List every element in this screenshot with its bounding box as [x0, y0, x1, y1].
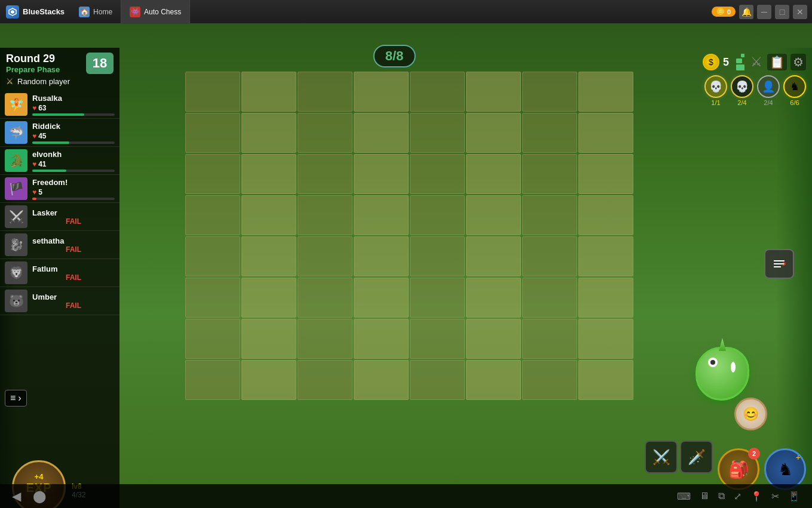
keyboard-icon[interactable]: ⌨	[677, 491, 691, 502]
board-cell[interactable]	[522, 154, 577, 194]
board-cell[interactable]	[578, 72, 633, 112]
board-cell[interactable]	[354, 154, 409, 194]
board-cell[interactable]	[354, 195, 409, 235]
board-cell[interactable]	[185, 319, 240, 359]
board-cell[interactable]	[410, 154, 465, 194]
menu-toggle[interactable]: ≡ ›	[5, 390, 27, 407]
board-cell[interactable]	[354, 360, 409, 400]
board-cell[interactable]	[241, 72, 296, 112]
board-cell[interactable]	[354, 319, 409, 359]
tab-game[interactable]: 👾 Auto Chess	[121, 0, 190, 24]
board-cell[interactable]	[578, 154, 633, 194]
board-cell[interactable]	[354, 72, 409, 112]
board-cell[interactable]	[241, 360, 296, 400]
board-cell[interactable]	[410, 236, 465, 276]
unit-bottom-2[interactable]: 🗡️	[680, 441, 713, 473]
board-cell[interactable]	[241, 278, 296, 318]
hp-value: 41	[38, 160, 46, 168]
board-cell[interactable]	[466, 319, 521, 359]
phone-icon[interactable]: 📱	[788, 491, 800, 502]
board-cell[interactable]	[522, 72, 577, 112]
board-cell[interactable]	[298, 236, 353, 276]
synergy-badge[interactable]: 💀 1/1	[704, 75, 727, 106]
board-cell[interactable]	[578, 360, 633, 400]
board-cell[interactable]	[185, 72, 240, 112]
synergy-badge[interactable]: ♞ 6/6	[783, 75, 806, 106]
board-cell[interactable]	[578, 195, 633, 235]
board-cell[interactable]	[410, 113, 465, 153]
back-btn[interactable]: ◀	[12, 489, 21, 503]
close-btn[interactable]: ✕	[793, 5, 807, 19]
scissors-icon[interactable]: ✂	[771, 491, 779, 502]
board-cell[interactable]	[466, 154, 521, 194]
board-cell[interactable]	[185, 360, 240, 400]
board-cell[interactable]	[466, 236, 521, 276]
minimize-btn[interactable]: ─	[757, 5, 771, 19]
home-btn[interactable]: ⬤	[33, 489, 46, 503]
synergy-badge[interactable]: 💀 2/4	[731, 75, 753, 106]
swords-icon[interactable]: ⚔	[750, 54, 762, 70]
board-cell[interactable]	[298, 319, 353, 359]
board-cell[interactable]	[298, 360, 353, 400]
display-icon[interactable]: 🖥	[700, 491, 709, 502]
board-cell[interactable]	[522, 195, 577, 235]
board-cell[interactable]	[522, 319, 577, 359]
board-cell[interactable]	[298, 72, 353, 112]
board-cell[interactable]	[522, 236, 577, 276]
player-entry[interactable]: 🧚 Rusalka ♥ 63	[0, 91, 119, 119]
hp-bar-bg	[32, 113, 115, 116]
board-cell[interactable]	[354, 278, 409, 318]
board-cell[interactable]	[466, 195, 521, 235]
board-cell[interactable]	[522, 113, 577, 153]
board-cell[interactable]	[185, 195, 240, 235]
board-cell[interactable]	[522, 360, 577, 400]
player-entry[interactable]: 🐊 elvonkh ♥ 41	[0, 147, 119, 175]
tab-home[interactable]: 🏠 Home	[71, 0, 121, 24]
board-cell[interactable]	[410, 278, 465, 318]
board-cell[interactable]	[466, 72, 521, 112]
player-entry[interactable]: 🐻 Umber FAIL	[0, 287, 119, 315]
fullscreen-icon[interactable]: ⤢	[734, 491, 741, 502]
board-cell[interactable]	[578, 319, 633, 359]
board-cell[interactable]	[578, 278, 633, 318]
player-entry[interactable]: 🦁 Fatlum FAIL	[0, 259, 119, 287]
board-cell[interactable]	[241, 236, 296, 276]
player-entry[interactable]: 🦈 Riddick ♥ 45	[0, 119, 119, 147]
board-cell[interactable]	[578, 236, 633, 276]
board-cell[interactable]	[298, 113, 353, 153]
notification-btn[interactable]: 🔔	[739, 5, 753, 19]
board-cell[interactable]	[578, 113, 633, 153]
board-cell[interactable]	[241, 195, 296, 235]
board-cell[interactable]	[298, 195, 353, 235]
unit-bottom-1[interactable]: ⚔️	[645, 441, 678, 473]
book-icon[interactable]: 📋	[767, 54, 787, 70]
board-cell[interactable]	[466, 278, 521, 318]
board-cell[interactable]	[354, 113, 409, 153]
board-cell[interactable]	[241, 319, 296, 359]
board-cell[interactable]	[185, 278, 240, 318]
synergy-badge[interactable]: 👤 2/4	[757, 75, 780, 106]
board-cell[interactable]	[522, 278, 577, 318]
board-cell[interactable]	[241, 113, 296, 153]
board-cell[interactable]	[298, 154, 353, 194]
battle-log-btn[interactable]	[764, 249, 794, 279]
board-cell[interactable]	[410, 195, 465, 235]
board-cell[interactable]	[410, 360, 465, 400]
player-entry[interactable]: ⚔️ Lasker FAIL	[0, 203, 119, 231]
settings-icon[interactable]: ⚙	[790, 54, 806, 70]
board-cell[interactable]	[241, 154, 296, 194]
board-cell[interactable]	[466, 360, 521, 400]
board-cell[interactable]	[185, 236, 240, 276]
multi-icon[interactable]: ⧉	[718, 491, 725, 502]
board-cell[interactable]	[410, 72, 465, 112]
player-entry[interactable]: 🏴 Freedom! ♥ 5	[0, 175, 119, 203]
board-cell[interactable]	[298, 278, 353, 318]
location-icon[interactable]: 📍	[750, 491, 762, 502]
board-cell[interactable]	[354, 236, 409, 276]
maximize-btn[interactable]: □	[775, 5, 789, 19]
player-entry[interactable]: 🐉 sethatha FAIL	[0, 231, 119, 259]
board-cell[interactable]	[466, 113, 521, 153]
board-cell[interactable]	[410, 319, 465, 359]
board-cell[interactable]	[185, 154, 240, 194]
board-cell[interactable]	[185, 113, 240, 153]
